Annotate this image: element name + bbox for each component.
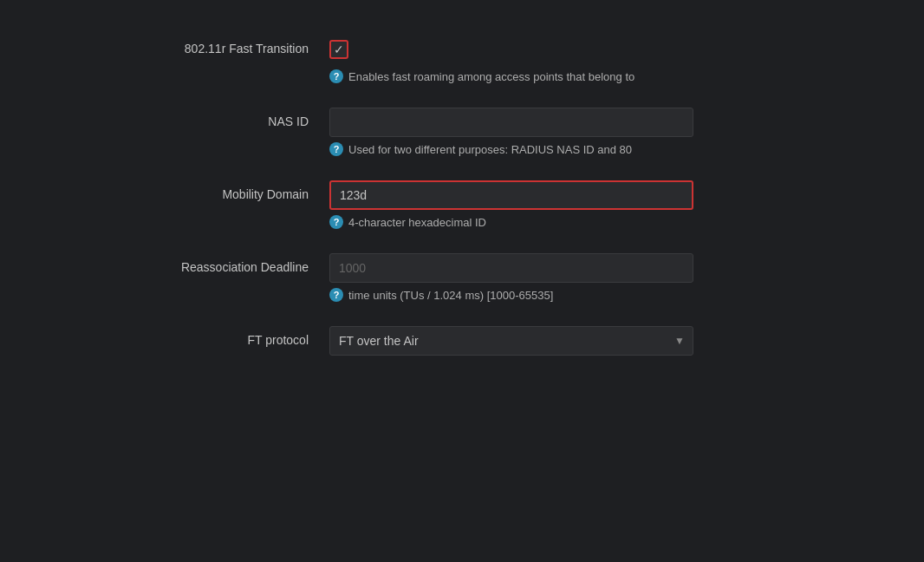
reassociation-deadline-label: Reassociation Deadline <box>52 253 329 274</box>
nas-id-help: ? Used for two different purposes: RADIU… <box>329 142 872 156</box>
fast-transition-help-text: Enables fast roaming among access points… <box>348 70 634 83</box>
fast-transition-row: 802.11r Fast Transition ✓ ? Enables fast… <box>52 35 872 83</box>
checkmark-icon: ✓ <box>334 43 344 56</box>
reassociation-deadline-help-text: time units (TUs / 1.024 ms) [1000-65535] <box>348 289 553 302</box>
mobility-domain-help: ? 4-character hexadecimal ID <box>329 215 872 229</box>
nas-id-controls: ? Used for two different purposes: RADIU… <box>329 108 872 156</box>
nas-id-row: NAS ID ? Used for two different purposes… <box>52 108 872 156</box>
reassociation-deadline-help: ? time units (TUs / 1.024 ms) [1000-6553… <box>329 288 872 302</box>
mobility-domain-section: Mobility Domain ? 4-character hexadecima… <box>52 180 872 229</box>
ft-protocol-row: FT protocol FT over the Air FT over the … <box>52 326 872 356</box>
fast-transition-checkbox[interactable]: ✓ <box>329 40 348 59</box>
nas-id-label: NAS ID <box>52 108 329 128</box>
settings-form: 802.11r Fast Transition ✓ ? Enables fast… <box>0 0 924 415</box>
mobility-domain-input[interactable] <box>329 180 693 210</box>
ft-protocol-section: FT protocol FT over the Air FT over the … <box>52 326 872 356</box>
reassociation-deadline-input[interactable] <box>329 253 693 283</box>
reassociation-deadline-row: Reassociation Deadline ? time units (TUs… <box>52 253 872 302</box>
fast-transition-help: ? Enables fast roaming among access poin… <box>329 69 872 83</box>
mobility-domain-controls: ? 4-character hexadecimal ID <box>329 180 872 229</box>
reassociation-deadline-section: Reassociation Deadline ? time units (TUs… <box>52 253 872 302</box>
nas-id-input[interactable] <box>329 108 693 137</box>
mobility-domain-help-text: 4-character hexadecimal ID <box>348 216 486 229</box>
fast-transition-help-icon[interactable]: ? <box>329 69 343 83</box>
mobility-domain-help-icon[interactable]: ? <box>329 215 343 229</box>
ft-protocol-select-wrap: FT over the Air FT over the DS ▼ <box>329 326 693 356</box>
nas-id-section: NAS ID ? Used for two different purposes… <box>52 108 872 156</box>
ft-protocol-select[interactable]: FT over the Air FT over the DS <box>329 326 693 356</box>
nas-id-help-icon[interactable]: ? <box>329 142 343 156</box>
ft-protocol-controls: FT over the Air FT over the DS ▼ <box>329 326 872 356</box>
nas-id-help-text: Used for two different purposes: RADIUS … <box>348 143 632 156</box>
reassociation-deadline-help-icon[interactable]: ? <box>329 288 343 302</box>
reassociation-deadline-controls: ? time units (TUs / 1.024 ms) [1000-6553… <box>329 253 872 302</box>
mobility-domain-row: Mobility Domain ? 4-character hexadecima… <box>52 180 872 229</box>
mobility-domain-label: Mobility Domain <box>52 180 329 201</box>
fast-transition-label: 802.11r Fast Transition <box>52 35 329 56</box>
ft-protocol-label: FT protocol <box>52 326 329 347</box>
fast-transition-section: 802.11r Fast Transition ✓ ? Enables fast… <box>52 35 872 83</box>
fast-transition-controls: ✓ ? Enables fast roaming among access po… <box>329 35 872 83</box>
fast-transition-checkbox-wrap: ✓ <box>329 35 872 64</box>
